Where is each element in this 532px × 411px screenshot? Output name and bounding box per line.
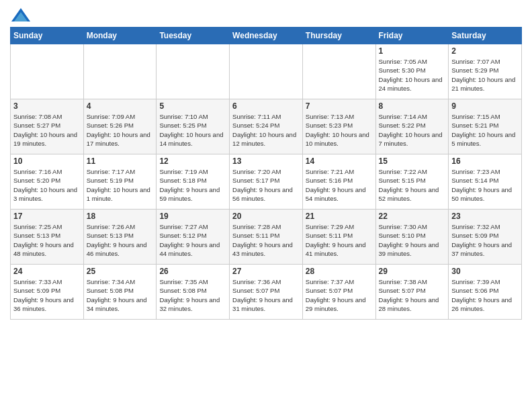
day-cell bbox=[230, 44, 303, 99]
day-cell: 5Sunrise: 7:10 AM Sunset: 5:25 PM Daylig… bbox=[157, 99, 230, 154]
week-row-5: 24Sunrise: 7:33 AM Sunset: 5:09 PM Dayli… bbox=[11, 265, 522, 320]
week-row-3: 10Sunrise: 7:16 AM Sunset: 5:20 PM Dayli… bbox=[11, 154, 522, 210]
day-info: Sunrise: 7:20 AM Sunset: 5:17 PM Dayligh… bbox=[232, 167, 300, 203]
day-info: Sunrise: 7:26 AM Sunset: 5:13 PM Dayligh… bbox=[87, 222, 154, 258]
day-cell: 2Sunrise: 7:07 AM Sunset: 5:29 PM Daylig… bbox=[449, 44, 522, 99]
day-info: Sunrise: 7:17 AM Sunset: 5:19 PM Dayligh… bbox=[87, 167, 154, 203]
day-cell: 12Sunrise: 7:19 AM Sunset: 5:18 PM Dayli… bbox=[157, 154, 230, 210]
day-number: 7 bbox=[306, 101, 373, 111]
day-info: Sunrise: 7:15 AM Sunset: 5:21 PM Dayligh… bbox=[451, 112, 519, 148]
weekday-header-monday: Monday bbox=[83, 28, 157, 44]
day-info: Sunrise: 7:37 AM Sunset: 5:07 PM Dayligh… bbox=[306, 277, 373, 313]
day-cell: 9Sunrise: 7:15 AM Sunset: 5:21 PM Daylig… bbox=[449, 99, 522, 154]
day-number: 13 bbox=[232, 156, 300, 166]
logo bbox=[10, 7, 30, 23]
logo-icon bbox=[11, 7, 30, 23]
day-cell: 26Sunrise: 7:35 AM Sunset: 5:08 PM Dayli… bbox=[157, 265, 230, 320]
day-cell bbox=[11, 44, 84, 99]
day-number: 3 bbox=[13, 101, 81, 111]
day-number: 2 bbox=[451, 46, 519, 56]
day-cell: 7Sunrise: 7:13 AM Sunset: 5:23 PM Daylig… bbox=[302, 99, 375, 154]
day-number: 15 bbox=[379, 156, 446, 166]
day-cell: 29Sunrise: 7:38 AM Sunset: 5:07 PM Dayli… bbox=[375, 265, 449, 320]
day-number: 8 bbox=[379, 101, 446, 111]
day-cell: 22Sunrise: 7:30 AM Sunset: 5:10 PM Dayli… bbox=[375, 210, 449, 265]
day-info: Sunrise: 7:38 AM Sunset: 5:07 PM Dayligh… bbox=[379, 277, 446, 313]
day-number: 14 bbox=[306, 156, 373, 166]
day-info: Sunrise: 7:19 AM Sunset: 5:18 PM Dayligh… bbox=[159, 167, 226, 203]
day-number: 1 bbox=[379, 46, 446, 56]
weekday-header-friday: Friday bbox=[375, 28, 449, 44]
day-cell: 20Sunrise: 7:28 AM Sunset: 5:11 PM Dayli… bbox=[230, 210, 303, 265]
day-number: 11 bbox=[87, 156, 154, 166]
day-number: 23 bbox=[451, 212, 519, 221]
day-number: 27 bbox=[232, 267, 300, 276]
day-number: 9 bbox=[451, 101, 519, 111]
day-info: Sunrise: 7:22 AM Sunset: 5:15 PM Dayligh… bbox=[379, 167, 446, 203]
day-number: 22 bbox=[379, 212, 446, 221]
day-number: 18 bbox=[87, 212, 154, 221]
day-cell bbox=[83, 44, 157, 99]
day-info: Sunrise: 7:25 AM Sunset: 5:13 PM Dayligh… bbox=[13, 222, 81, 258]
day-cell: 28Sunrise: 7:37 AM Sunset: 5:07 PM Dayli… bbox=[302, 265, 375, 320]
week-row-1: 1Sunrise: 7:05 AM Sunset: 5:30 PM Daylig… bbox=[11, 44, 522, 99]
day-number: 16 bbox=[451, 156, 519, 166]
day-number: 6 bbox=[232, 101, 300, 111]
day-info: Sunrise: 7:21 AM Sunset: 5:16 PM Dayligh… bbox=[306, 167, 373, 203]
calendar-container: SundayMondayTuesdayWednesdayThursdayFrid… bbox=[0, 0, 532, 323]
day-cell: 13Sunrise: 7:20 AM Sunset: 5:17 PM Dayli… bbox=[230, 154, 303, 210]
day-number: 19 bbox=[159, 212, 226, 221]
day-cell bbox=[157, 44, 230, 99]
day-info: Sunrise: 7:34 AM Sunset: 5:08 PM Dayligh… bbox=[87, 277, 154, 313]
day-cell: 10Sunrise: 7:16 AM Sunset: 5:20 PM Dayli… bbox=[11, 154, 84, 210]
weekday-header-wednesday: Wednesday bbox=[230, 28, 303, 44]
day-number: 17 bbox=[13, 212, 81, 221]
header-area bbox=[10, 7, 522, 23]
week-row-4: 17Sunrise: 7:25 AM Sunset: 5:13 PM Dayli… bbox=[11, 210, 522, 265]
day-cell: 24Sunrise: 7:33 AM Sunset: 5:09 PM Dayli… bbox=[11, 265, 84, 320]
day-number: 12 bbox=[159, 156, 226, 166]
day-info: Sunrise: 7:07 AM Sunset: 5:29 PM Dayligh… bbox=[451, 57, 519, 93]
day-info: Sunrise: 7:35 AM Sunset: 5:08 PM Dayligh… bbox=[159, 277, 226, 313]
day-info: Sunrise: 7:14 AM Sunset: 5:22 PM Dayligh… bbox=[379, 112, 446, 148]
day-cell: 17Sunrise: 7:25 AM Sunset: 5:13 PM Dayli… bbox=[11, 210, 84, 265]
day-number: 26 bbox=[159, 267, 226, 276]
weekday-header-saturday: Saturday bbox=[449, 28, 522, 44]
day-cell: 8Sunrise: 7:14 AM Sunset: 5:22 PM Daylig… bbox=[375, 99, 449, 154]
day-info: Sunrise: 7:09 AM Sunset: 5:26 PM Dayligh… bbox=[87, 112, 154, 148]
day-cell: 25Sunrise: 7:34 AM Sunset: 5:08 PM Dayli… bbox=[83, 265, 157, 320]
day-cell: 19Sunrise: 7:27 AM Sunset: 5:12 PM Dayli… bbox=[157, 210, 230, 265]
day-info: Sunrise: 7:10 AM Sunset: 5:25 PM Dayligh… bbox=[159, 112, 226, 148]
day-number: 25 bbox=[87, 267, 154, 276]
day-cell: 16Sunrise: 7:23 AM Sunset: 5:14 PM Dayli… bbox=[449, 154, 522, 210]
day-info: Sunrise: 7:11 AM Sunset: 5:24 PM Dayligh… bbox=[232, 112, 300, 148]
day-info: Sunrise: 7:33 AM Sunset: 5:09 PM Dayligh… bbox=[13, 277, 81, 313]
day-cell: 6Sunrise: 7:11 AM Sunset: 5:24 PM Daylig… bbox=[230, 99, 303, 154]
day-info: Sunrise: 7:08 AM Sunset: 5:27 PM Dayligh… bbox=[13, 112, 81, 148]
day-number: 21 bbox=[306, 212, 373, 221]
day-info: Sunrise: 7:27 AM Sunset: 5:12 PM Dayligh… bbox=[159, 222, 226, 258]
day-info: Sunrise: 7:30 AM Sunset: 5:10 PM Dayligh… bbox=[379, 222, 446, 258]
day-info: Sunrise: 7:29 AM Sunset: 5:11 PM Dayligh… bbox=[306, 222, 373, 258]
weekday-header-sunday: Sunday bbox=[11, 28, 84, 44]
day-cell: 1Sunrise: 7:05 AM Sunset: 5:30 PM Daylig… bbox=[375, 44, 449, 99]
day-cell: 11Sunrise: 7:17 AM Sunset: 5:19 PM Dayli… bbox=[83, 154, 157, 210]
day-cell: 18Sunrise: 7:26 AM Sunset: 5:13 PM Dayli… bbox=[83, 210, 157, 265]
weekday-header-tuesday: Tuesday bbox=[157, 28, 230, 44]
day-cell bbox=[302, 44, 375, 99]
week-row-2: 3Sunrise: 7:08 AM Sunset: 5:27 PM Daylig… bbox=[11, 99, 522, 154]
day-info: Sunrise: 7:36 AM Sunset: 5:07 PM Dayligh… bbox=[232, 277, 300, 313]
day-cell: 4Sunrise: 7:09 AM Sunset: 5:26 PM Daylig… bbox=[83, 99, 157, 154]
calendar-table: SundayMondayTuesdayWednesdayThursdayFrid… bbox=[10, 27, 522, 320]
day-number: 10 bbox=[13, 156, 81, 166]
day-info: Sunrise: 7:39 AM Sunset: 5:06 PM Dayligh… bbox=[451, 277, 519, 313]
weekday-header-row: SundayMondayTuesdayWednesdayThursdayFrid… bbox=[11, 28, 522, 44]
day-info: Sunrise: 7:16 AM Sunset: 5:20 PM Dayligh… bbox=[13, 167, 81, 203]
day-cell: 14Sunrise: 7:21 AM Sunset: 5:16 PM Dayli… bbox=[302, 154, 375, 210]
day-info: Sunrise: 7:28 AM Sunset: 5:11 PM Dayligh… bbox=[232, 222, 300, 258]
weekday-header-thursday: Thursday bbox=[302, 28, 375, 44]
day-info: Sunrise: 7:23 AM Sunset: 5:14 PM Dayligh… bbox=[451, 167, 519, 203]
day-cell: 21Sunrise: 7:29 AM Sunset: 5:11 PM Dayli… bbox=[302, 210, 375, 265]
day-number: 29 bbox=[379, 267, 446, 276]
day-info: Sunrise: 7:05 AM Sunset: 5:30 PM Dayligh… bbox=[379, 57, 446, 93]
